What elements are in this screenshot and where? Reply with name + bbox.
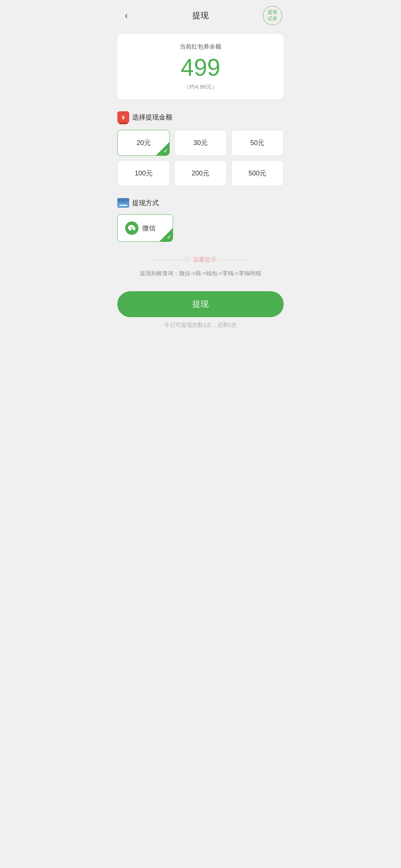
red-packet-icon: ¥ bbox=[117, 111, 129, 123]
card-icon bbox=[117, 198, 129, 208]
wechat-label: 微信 bbox=[142, 224, 156, 233]
page-title: 提现 bbox=[192, 10, 209, 21]
amount-section-title: 选择提现金额 bbox=[132, 113, 172, 122]
payment-section-header: 提现方式 bbox=[117, 198, 284, 208]
wechat-icon bbox=[125, 221, 138, 235]
amount-section: ¥ 选择提现金额 20元 ✓ 30元 50元 100元 200元 500元 bbox=[111, 105, 290, 192]
amount-option-50[interactable]: 50元 bbox=[231, 130, 284, 156]
back-button[interactable]: ‹ bbox=[119, 8, 134, 23]
amount-option-label: 20元 bbox=[137, 139, 151, 147]
checkmark-icon: ✓ bbox=[163, 148, 168, 154]
notice-section: ♡ 温馨提示 提现到账查询：微信->我->钱包->零钱->零钱明细 bbox=[111, 245, 290, 284]
record-button[interactable]: 提现 记录 bbox=[263, 6, 282, 25]
back-icon: ‹ bbox=[125, 10, 128, 21]
balance-amount: 499 bbox=[125, 55, 276, 80]
notice-line-left bbox=[152, 260, 182, 260]
notice-header: ♡ 温馨提示 bbox=[117, 256, 284, 264]
balance-approx: （约4.99元） bbox=[125, 83, 276, 91]
amount-option-30[interactable]: 30元 bbox=[174, 130, 226, 156]
amount-option-label: 30元 bbox=[193, 139, 208, 147]
amount-option-20[interactable]: 20元 ✓ bbox=[117, 130, 170, 156]
amount-options-grid: 20元 ✓ 30元 50元 100元 200元 500元 bbox=[117, 130, 284, 186]
withdraw-button[interactable]: 提现 bbox=[117, 291, 284, 317]
record-label: 提现 记录 bbox=[268, 9, 277, 22]
wechat-payment-option[interactable]: 微信 ✓ bbox=[117, 214, 173, 242]
amount-option-200[interactable]: 200元 bbox=[174, 160, 226, 186]
balance-label: 当前红包券余额 bbox=[125, 43, 276, 51]
amount-option-label: 200元 bbox=[192, 170, 209, 177]
payment-section-title: 提现方式 bbox=[132, 198, 159, 207]
notice-line-right bbox=[219, 260, 249, 260]
amount-section-header: ¥ 选择提现金额 bbox=[117, 111, 284, 123]
wechat-checkmark-icon: ✓ bbox=[167, 234, 171, 240]
amount-option-100[interactable]: 100元 bbox=[117, 160, 170, 186]
amount-option-500[interactable]: 500元 bbox=[231, 160, 284, 186]
heart-icon: ♡ bbox=[185, 256, 190, 263]
notice-title: 温馨提示 bbox=[193, 256, 216, 264]
amount-option-label: 100元 bbox=[135, 170, 153, 177]
header: ‹ 提现 提现 记录 bbox=[111, 0, 290, 31]
withdraw-note: 今日可提现次数1次，还剩1次 bbox=[111, 322, 290, 329]
balance-card: 当前红包券余额 499 （约4.99元） bbox=[117, 34, 284, 99]
amount-option-label: 50元 bbox=[250, 139, 264, 147]
empty-area bbox=[111, 340, 290, 451]
amount-option-label: 500元 bbox=[248, 170, 266, 177]
notice-text: 提现到账查询：微信->我->钱包->零钱->零钱明细 bbox=[117, 269, 284, 278]
payment-section: 提现方式 微信 ✓ bbox=[111, 192, 290, 245]
